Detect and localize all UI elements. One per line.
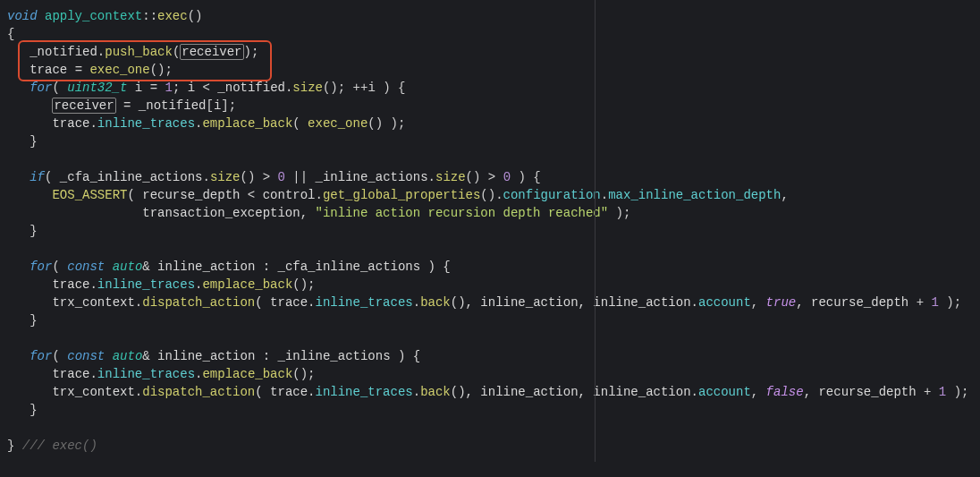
code-token: ; i <box>173 81 203 95</box>
code-editor[interactable]: void apply_context::exec(){ _notified.pu… <box>0 0 980 462</box>
code-line[interactable]: } <box>7 401 973 419</box>
code-token: _notified <box>217 81 285 95</box>
code-token: . <box>601 188 608 202</box>
code-token: } <box>30 403 37 417</box>
code-line[interactable]: if( _cfa_inline_actions.size() > 0 || _i… <box>7 168 973 186</box>
code-token: void <box>7 9 45 23</box>
code-token: > <box>263 170 278 184</box>
code-token: } <box>30 313 37 328</box>
code-token: = <box>150 81 165 95</box>
code-token: (); <box>292 277 315 292</box>
code-token: _inline_actions <box>316 170 428 184</box>
code-token: . <box>97 45 105 59</box>
code-token: ( <box>52 260 67 274</box>
code-token: ( <box>45 170 60 184</box>
code-token: ); <box>939 295 961 310</box>
code-token: if <box>30 170 45 184</box>
code-token: for <box>30 260 52 274</box>
code-line[interactable]: } /// exec() <box>7 437 973 455</box>
code-token: inline_traces <box>316 295 413 310</box>
code-line[interactable]: for( const auto& inline_action : _cfa_in… <box>7 258 973 276</box>
code-token: . <box>89 367 97 381</box>
code-token: , <box>751 295 766 310</box>
code-line[interactable]: void apply_context::exec() <box>7 7 973 25</box>
code-token: back <box>420 385 451 399</box>
code-line[interactable]: trace.inline_traces.emplace_back(); <box>7 276 973 294</box>
code-token: = <box>67 63 89 77</box>
code-token: receiver <box>52 98 115 114</box>
code-line[interactable]: } <box>7 132 973 150</box>
code-token: transaction_exception <box>142 206 300 220</box>
code-token: } <box>30 134 37 149</box>
code-token: . <box>413 385 420 399</box>
code-line[interactable]: transaction_exception, "inline action re… <box>7 204 973 222</box>
code-token: dispatch_action <box>142 385 255 399</box>
code-token: . <box>135 295 142 310</box>
code-token: inline_traces <box>97 277 195 292</box>
code-line[interactable] <box>7 240 973 258</box>
code-line[interactable]: _notified.push_back(receiver); <box>7 43 973 61</box>
code-token: (), inline_action, inline_action <box>451 295 691 310</box>
code-token: emplace_back <box>202 116 292 131</box>
code-token: ]; <box>221 98 236 113</box>
code-line[interactable]: } <box>7 222 973 240</box>
code-line[interactable]: trx_context.dispatch_action( trace.inlin… <box>7 294 973 311</box>
code-line[interactable] <box>7 419 973 437</box>
code-token: auto <box>113 349 143 363</box>
code-token: ( <box>52 81 67 95</box>
code-token: (). <box>480 188 503 202</box>
code-token: configuration <box>503 188 601 202</box>
code-token: , <box>781 188 788 202</box>
code-token: receiver <box>180 44 243 60</box>
code-token: trace <box>30 63 67 77</box>
code-token: EOS_ASSERT <box>52 188 127 202</box>
code-token: . <box>89 277 97 292</box>
code-token: . <box>691 295 698 310</box>
code-token: . <box>413 295 420 310</box>
code-line[interactable]: for( const auto& inline_action : _inline… <box>7 347 973 365</box>
code-token: || <box>285 170 316 184</box>
code-line[interactable]: trace.inline_traces.emplace_back( exec_o… <box>7 115 973 132</box>
code-token: for <box>30 81 52 95</box>
code-token: _notified <box>139 98 207 113</box>
code-token: size <box>210 170 241 184</box>
code-token: 1 <box>931 295 938 310</box>
code-line[interactable]: for( uint32_t i = 1; i < _notified.size(… <box>7 79 973 97</box>
code-line[interactable]: { <box>7 25 973 43</box>
code-line[interactable]: trx_context.dispatch_action( trace.inlin… <box>7 383 973 401</box>
code-token: () <box>466 170 488 184</box>
code-token: ); <box>946 385 968 399</box>
code-token: inline_traces <box>97 116 195 131</box>
code-token: _cfa_inline_actions <box>60 170 203 184</box>
code-line[interactable]: } <box>7 311 973 329</box>
code-token: = <box>116 98 139 113</box>
code-line[interactable]: receiver = _notified[i]; <box>7 97 973 115</box>
code-token: max_inline_action_depth <box>608 188 781 202</box>
code-line[interactable]: EOS_ASSERT( recurse_depth < control.get_… <box>7 186 973 204</box>
code-token: account <box>698 295 751 310</box>
code-token: . <box>308 295 315 310</box>
code-line[interactable] <box>7 329 973 347</box>
code-line[interactable] <box>7 150 973 168</box>
code-line[interactable]: trace.inline_traces.emplace_back(); <box>7 365 973 383</box>
code-token: + <box>917 295 932 310</box>
code-token: , recurse_depth <box>796 295 916 310</box>
code-token: for <box>30 349 52 363</box>
code-token: . <box>202 170 209 184</box>
code-token: exec_one <box>89 63 149 77</box>
code-token: control <box>263 188 316 202</box>
code-token: dispatch_action <box>142 295 255 310</box>
code-token: , <box>300 206 316 220</box>
code-token: false <box>766 385 804 399</box>
code-token: () ); <box>368 116 405 131</box>
code-token: , <box>751 385 766 399</box>
code-token: i ) { <box>368 81 405 95</box>
code-token: get_global_properties <box>323 188 480 202</box>
code-token: . <box>691 385 698 399</box>
code-token: _notified <box>30 45 97 59</box>
code-line[interactable]: trace = exec_one(); <box>7 61 973 79</box>
code-token: . <box>308 385 315 399</box>
code-token: /// exec() <box>22 439 97 453</box>
code-token: true <box>766 295 797 310</box>
code-token: exec <box>157 9 188 23</box>
